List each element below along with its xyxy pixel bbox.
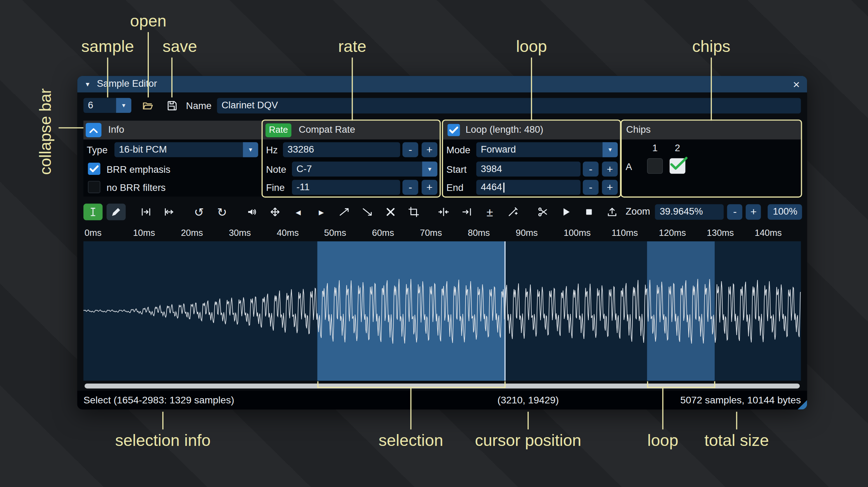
loop-start-plus-button[interactable]: + [602, 162, 617, 177]
fade-in-icon [339, 207, 350, 218]
reverse-button[interactable]: ◄ [289, 204, 308, 221]
loop-start-minus-button[interactable]: - [583, 162, 598, 177]
annotation-line [662, 388, 663, 430]
loop-end-plus-button[interactable]: + [602, 180, 617, 195]
fine-value: -11 [297, 182, 310, 193]
zoom-out-button[interactable]: - [727, 204, 743, 219]
chips-panel-header: Chips [622, 121, 801, 139]
forward-button[interactable]: ► [312, 204, 331, 221]
brr-emphasis-checkbox[interactable] [88, 163, 100, 175]
zoom-reset-button[interactable]: 100% [768, 204, 802, 219]
apply-silence-button[interactable] [457, 204, 476, 221]
ruler-label: 90ms [516, 228, 538, 238]
fade-out-button[interactable] [358, 204, 377, 221]
fine-input[interactable]: -11 [292, 180, 400, 195]
open-button[interactable] [139, 98, 157, 113]
rate-panel-header: Rate Compat Rate [263, 121, 440, 139]
chip-1-checkbox[interactable] [647, 158, 663, 173]
loop-panel-title: Loop (length: 480) [466, 124, 543, 136]
no-brr-filters-checkbox[interactable] [88, 181, 100, 193]
chip-2-checkbox[interactable] [670, 158, 685, 173]
annotation-loop: loop [486, 38, 577, 56]
hz-minus-button[interactable]: - [402, 142, 418, 157]
close-button[interactable]: × [793, 78, 800, 90]
collapse-button[interactable] [86, 123, 101, 137]
loop-end-minus-button[interactable]: - [583, 180, 598, 195]
waveform-canvas[interactable] [83, 241, 801, 381]
save-button[interactable] [163, 98, 181, 113]
normalize-button[interactable] [266, 204, 285, 221]
loop-mode-dropdown[interactable]: Forward ▼ [476, 142, 618, 157]
sample-toolbar: ↺ ↻ ◄ ► ± Zoom 39.9645% - + 100% [83, 202, 801, 221]
ruler-label: 140ms [755, 228, 782, 238]
amplify-button[interactable] [243, 204, 262, 221]
select-tool-button[interactable] [83, 204, 102, 221]
sample-selector[interactable]: 6 ▼ [83, 98, 131, 113]
arrows-inward-icon [438, 207, 449, 218]
delete-button[interactable] [381, 204, 400, 221]
loop-start-value: 3984 [481, 163, 502, 175]
window-collapse-icon[interactable]: ▼ [85, 81, 91, 87]
name-input[interactable]: Clarinet DQV [217, 98, 801, 113]
backward-icon: ◄ [294, 208, 302, 216]
ruler-label: 50ms [324, 228, 346, 238]
filter-button[interactable] [503, 204, 522, 221]
annotation-line [107, 57, 108, 97]
redo-button[interactable]: ↻ [213, 204, 232, 221]
trim-button[interactable] [404, 204, 423, 221]
preview-play-button[interactable] [556, 204, 575, 221]
zoom-in-button[interactable]: + [746, 204, 761, 219]
brr-emphasis-label: BRR emphasis [107, 164, 170, 176]
hz-value: 33286 [287, 144, 314, 155]
dropdown-arrow-icon[interactable]: ▼ [116, 98, 131, 113]
ruler-label: 70ms [420, 228, 442, 238]
scissors-button[interactable] [533, 204, 552, 221]
annotation-line [711, 57, 712, 121]
rate-badge-button[interactable]: Rate [266, 123, 291, 137]
speaker-icon [246, 207, 258, 218]
loop-mode-value: Forward [476, 144, 602, 155]
zoom-input[interactable]: 39.9645% [655, 204, 724, 219]
draw-tool-button[interactable] [107, 204, 126, 221]
hz-input[interactable]: 33286 [283, 142, 400, 157]
resize-icon [140, 207, 152, 218]
arrow-to-bar-icon [461, 207, 472, 218]
info-panel: Info Type 16-bit PCM ▼ BRR emphasis no B… [83, 121, 262, 196]
note-dropdown[interactable]: C-7 ▼ [292, 162, 437, 177]
ruler-label: 0ms [85, 228, 102, 238]
screwdriver-icon [507, 207, 519, 218]
upload-icon [606, 207, 617, 218]
green-check-icon [668, 153, 689, 173]
undo-button[interactable]: ↺ [189, 204, 208, 221]
zoom-label: Zoom [625, 207, 650, 218]
dropdown-arrow-icon[interactable]: ▼ [243, 142, 258, 157]
fade-in-button[interactable] [335, 204, 354, 221]
redo-icon: ↻ [217, 206, 227, 218]
dropdown-arrow-icon[interactable]: ▼ [602, 142, 618, 157]
export-button[interactable] [602, 204, 622, 221]
name-value: Clarinet DQV [222, 100, 278, 111]
resample-button[interactable] [160, 204, 179, 221]
loop-end-input[interactable]: 4464 [476, 180, 581, 195]
annotation-cursor-position: cursor position [460, 432, 596, 450]
preview-stop-button[interactable] [579, 204, 599, 221]
fine-minus-button[interactable]: - [402, 180, 418, 195]
title-bar[interactable]: ▼ Sample Editor × [77, 76, 807, 93]
play-icon [560, 207, 571, 218]
resize-grip[interactable] [798, 400, 807, 410]
fine-plus-button[interactable]: + [422, 180, 437, 195]
loop-enable-checkbox[interactable] [447, 124, 460, 136]
sign-change-button[interactable]: ± [480, 204, 499, 221]
loop-start-input[interactable]: 3984 [476, 162, 581, 177]
resize-button[interactable] [136, 204, 155, 221]
dropdown-arrow-icon[interactable]: ▼ [422, 162, 438, 177]
hz-plus-button[interactable]: + [422, 142, 437, 157]
type-dropdown[interactable]: 16-bit PCM ▼ [114, 142, 258, 157]
check-icon [447, 124, 460, 136]
annotation-line [148, 32, 149, 97]
cursor-position-text: (3210, 19429) [497, 394, 559, 406]
annotation-line [162, 412, 163, 430]
rate-panel-title: Compat Rate [299, 124, 355, 136]
insert-silence-button[interactable] [434, 204, 453, 221]
timeline-ruler[interactable]: 0ms 10ms 20ms 30ms 40ms 50ms 60ms 70ms 8… [83, 226, 801, 240]
